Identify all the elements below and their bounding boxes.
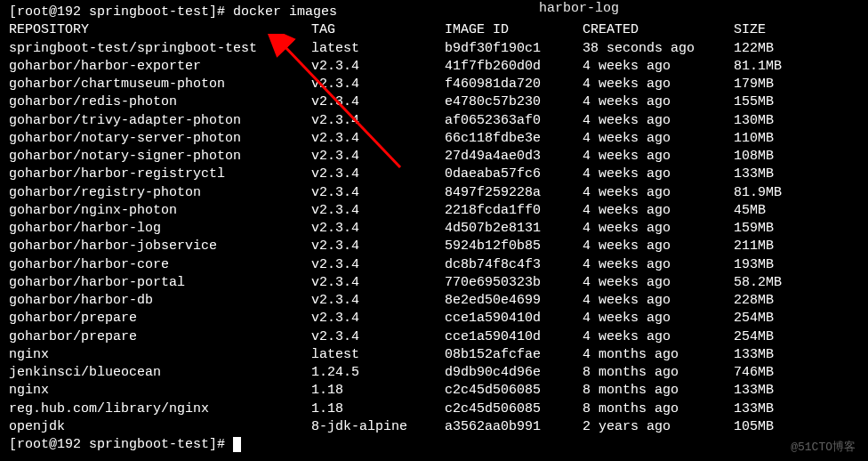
cell-size: 133MB [734, 166, 823, 183]
cell-tag: 1.18 [311, 382, 445, 400]
cell-repository: goharbor/harbor-db [9, 292, 311, 310]
cell-created: 4 weeks ago [583, 148, 734, 166]
cell-size: 133MB [734, 346, 823, 364]
cell-size: 254MB [734, 310, 823, 328]
cell-tag: 1.24.5 [311, 364, 445, 382]
cell-size: 105MB [734, 418, 823, 436]
cell-image-id: cce1a590410d [445, 328, 583, 346]
cell-size: 81.1MB [734, 58, 823, 76]
cell-tag: v2.3.4 [311, 310, 445, 328]
table-row: springboot-test/springboot-testlatestb9d… [9, 40, 859, 58]
cell-tag: v2.3.4 [311, 148, 445, 166]
cell-repository: goharbor/harbor-registryctl [9, 166, 311, 183]
cell-repository: springboot-test/springboot-test [9, 40, 311, 58]
cell-created: 4 weeks ago [583, 256, 734, 274]
cell-tag: latest [311, 40, 445, 58]
table-row: goharbor/harbor-logv2.3.44d507b2e81314 w… [9, 220, 859, 238]
cell-image-id: 4d507b2e8131 [445, 220, 583, 238]
cell-created: 8 months ago [583, 382, 734, 400]
cell-tag: v2.3.4 [311, 184, 445, 202]
cell-tag: v2.3.4 [311, 58, 445, 76]
cell-tag: latest [311, 346, 445, 364]
cell-repository: goharbor/trivy-adapter-photon [9, 112, 311, 130]
cell-size: 122MB [734, 40, 823, 58]
cell-image-id: f460981da720 [445, 76, 583, 93]
cell-size: 45MB [734, 202, 823, 220]
cell-size: 211MB [734, 238, 823, 255]
table-row: goharbor/trivy-adapter-photonv2.3.4af065… [9, 112, 859, 130]
table-row: reg.hub.com/library/nginx1.18c2c45d50608… [9, 400, 859, 418]
table-row: goharbor/harbor-jobservicev2.3.45924b12f… [9, 238, 859, 255]
table-row: goharbor/harbor-exporterv2.3.441f7fb260d… [9, 58, 859, 76]
cell-repository: goharbor/chartmuseum-photon [9, 76, 311, 93]
cell-created: 2 years ago [583, 418, 734, 436]
cell-created: 4 weeks ago [583, 292, 734, 310]
cell-repository: jenkinsci/blueocean [9, 364, 311, 382]
table-row: goharbor/harbor-portalv2.3.4770e6950323b… [9, 274, 859, 292]
cell-repository: goharbor/harbor-log [9, 220, 311, 238]
cell-tag: 1.18 [311, 400, 445, 418]
cell-repository: goharbor/nginx-photon [9, 202, 311, 220]
cell-size: 254MB [734, 328, 823, 346]
prompt-2: [root@192 springboot-test]# [9, 437, 233, 452]
cell-size: 746MB [734, 364, 823, 382]
cell-image-id: 2218fcda1ff0 [445, 202, 583, 220]
cell-tag: v2.3.4 [311, 328, 445, 346]
table-row: nginxlatest08b152afcfae4 months ago133MB [9, 346, 859, 364]
table-row: openjdk8-jdk-alpinea3562aa0b9912 years a… [9, 418, 859, 436]
cell-image-id: b9df30f190c1 [445, 40, 583, 58]
cell-image-id: dc8b74f8c4f3 [445, 256, 583, 274]
table-row: goharbor/redis-photonv2.3.4e4780c57b2304… [9, 93, 859, 111]
table-row: goharbor/preparev2.3.4cce1a590410d4 week… [9, 328, 859, 346]
cell-tag: v2.3.4 [311, 220, 445, 238]
cell-repository: goharbor/prepare [9, 310, 311, 328]
cell-image-id: 66c118fdbe3e [445, 130, 583, 148]
cell-tag: v2.3.4 [311, 76, 445, 93]
command-line-2: [root@192 springboot-test]# [9, 436, 859, 454]
cell-created: 4 weeks ago [583, 202, 734, 220]
cell-tag: v2.3.4 [311, 130, 445, 148]
table-row: jenkinsci/blueocean1.24.5d9db90c4d96e8 m… [9, 364, 859, 382]
cell-repository: goharbor/notary-server-photon [9, 130, 311, 148]
cell-size: 159MB [734, 220, 823, 238]
cell-size: 58.2MB [734, 274, 823, 292]
cell-size: 81.9MB [734, 184, 823, 202]
cell-created: 38 seconds ago [583, 40, 734, 58]
cell-image-id: af0652363af0 [445, 112, 583, 130]
cell-image-id: a3562aa0b991 [445, 418, 583, 436]
cell-tag: v2.3.4 [311, 112, 445, 130]
cell-size: 133MB [734, 400, 823, 418]
cell-repository: goharbor/harbor-portal [9, 274, 311, 292]
watermark: @51CTO博客 [791, 440, 856, 456]
cell-created: 4 weeks ago [583, 328, 734, 346]
table-row: goharbor/harbor-corev2.3.4dc8b74f8c4f34 … [9, 256, 859, 274]
cell-created: 4 weeks ago [583, 93, 734, 111]
cell-created: 4 weeks ago [583, 274, 734, 292]
cell-tag: v2.3.4 [311, 166, 445, 183]
table-header: REPOSITORY TAG IMAGE ID CREATED SIZE [9, 21, 859, 39]
cell-size: 133MB [734, 382, 823, 400]
header-size: SIZE [734, 21, 823, 39]
cell-tag: v2.3.4 [311, 292, 445, 310]
top-fragment-text: harbor-log [539, 0, 619, 18]
header-created: CREATED [583, 21, 734, 39]
cell-image-id: 5924b12f0b85 [445, 238, 583, 255]
cell-size: 110MB [734, 130, 823, 148]
table-row: goharbor/harbor-registryctlv2.3.40daeaba… [9, 166, 859, 183]
cell-created: 4 weeks ago [583, 58, 734, 76]
cell-created: 4 weeks ago [583, 220, 734, 238]
cell-size: 179MB [734, 76, 823, 93]
table-row: goharbor/notary-server-photonv2.3.466c11… [9, 130, 859, 148]
cell-size: 155MB [734, 93, 823, 111]
cell-image-id: c2c45d506085 [445, 382, 583, 400]
table-row: goharbor/preparev2.3.4cce1a590410d4 week… [9, 310, 859, 328]
cell-repository: goharbor/prepare [9, 328, 311, 346]
command-line-1: [root@192 springboot-test]# docker image… [9, 4, 859, 21]
cell-created: 4 weeks ago [583, 238, 734, 255]
cell-size: 108MB [734, 148, 823, 166]
cell-tag: v2.3.4 [311, 274, 445, 292]
cursor[interactable] [233, 437, 241, 452]
table-body: springboot-test/springboot-testlatestb9d… [9, 40, 859, 437]
cell-image-id: d9db90c4d96e [445, 364, 583, 382]
cell-repository: goharbor/notary-signer-photon [9, 148, 311, 166]
